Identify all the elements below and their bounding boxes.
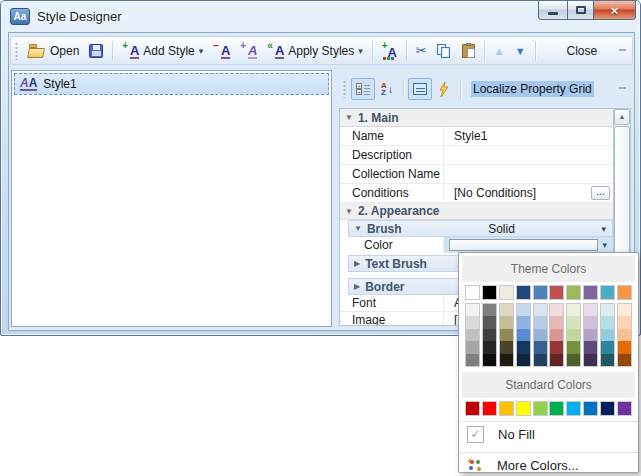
color-swatch[interactable] xyxy=(566,401,581,416)
copy-button[interactable] xyxy=(432,41,457,61)
color-swatch[interactable] xyxy=(567,354,580,366)
color-swatch[interactable] xyxy=(466,354,479,366)
no-fill-option[interactable]: ✓ No Fill xyxy=(459,423,638,447)
color-swatch[interactable] xyxy=(517,329,530,341)
property-row-conditions[interactable]: Conditions [No Conditions] ... xyxy=(340,184,613,203)
toolbar-overflow-button[interactable] xyxy=(616,49,629,53)
color-swatch[interactable] xyxy=(516,285,531,300)
scroll-up-button[interactable]: ▲ xyxy=(614,109,630,125)
color-swatch[interactable] xyxy=(517,341,530,353)
color-swatch[interactable] xyxy=(465,401,480,416)
color-swatch[interactable] xyxy=(533,401,548,416)
color-swatch[interactable] xyxy=(601,341,614,353)
color-swatch[interactable] xyxy=(584,316,597,328)
color-swatch[interactable] xyxy=(533,285,548,300)
minimize-button[interactable] xyxy=(538,1,567,20)
color-swatch[interactable] xyxy=(549,401,564,416)
move-up-button[interactable]: ▲ xyxy=(489,42,510,60)
color-swatch[interactable] xyxy=(550,354,563,366)
property-row-collection-name[interactable]: Collection Name xyxy=(340,165,613,184)
color-swatch[interactable] xyxy=(584,304,597,316)
color-dropdown-icon[interactable]: ▾ xyxy=(602,241,607,249)
color-swatch[interactable] xyxy=(550,316,563,328)
color-swatch[interactable] xyxy=(600,401,615,416)
property-row-name[interactable]: Name Style1 xyxy=(340,127,613,146)
color-swatch[interactable] xyxy=(567,316,580,328)
color-swatch[interactable] xyxy=(618,329,631,341)
color-swatch[interactable] xyxy=(618,341,631,353)
style-options-button[interactable]: + A xyxy=(377,40,402,62)
property-row-description[interactable]: Description xyxy=(340,146,613,165)
color-swatch[interactable] xyxy=(499,285,514,300)
color-swatch[interactable] xyxy=(550,329,563,341)
maximize-button[interactable] xyxy=(567,1,594,20)
property-row-color[interactable]: Color ▾ xyxy=(348,237,613,253)
checkbox-checked-icon[interactable]: ✓ xyxy=(467,426,484,443)
color-swatch[interactable] xyxy=(483,304,496,316)
color-swatch[interactable] xyxy=(617,401,632,416)
color-swatch[interactable] xyxy=(601,329,614,341)
property-toolbar-grip[interactable] xyxy=(343,80,346,98)
color-value-editor[interactable]: ▾ xyxy=(444,237,613,253)
style-list[interactable]: AA Style1 xyxy=(11,70,332,327)
color-swatch[interactable] xyxy=(550,341,563,353)
color-swatch[interactable] xyxy=(465,285,480,300)
more-colors-option[interactable]: More Colors... xyxy=(459,454,638,476)
color-swatch[interactable] xyxy=(601,316,614,328)
color-swatch[interactable] xyxy=(517,354,530,366)
save-button[interactable] xyxy=(84,41,108,61)
color-swatch[interactable] xyxy=(466,341,479,353)
subcategory-brush[interactable]: ▼ Brush Solid ▾ xyxy=(348,220,613,237)
color-swatch[interactable] xyxy=(534,304,547,316)
close-toolbar-button[interactable]: Close xyxy=(562,41,603,61)
color-swatch[interactable] xyxy=(534,316,547,328)
brush-dropdown-icon[interactable]: ▾ xyxy=(601,225,606,233)
color-swatch[interactable] xyxy=(601,304,614,316)
color-swatch[interactable] xyxy=(466,304,479,316)
color-swatch[interactable] xyxy=(483,354,496,366)
color-swatch[interactable] xyxy=(500,329,513,341)
color-swatch[interactable] xyxy=(500,316,513,328)
property-search-input[interactable]: Localize Property Grid xyxy=(471,81,594,97)
color-swatch[interactable] xyxy=(466,316,479,328)
remove-style-button[interactable]: − A xyxy=(208,40,235,62)
color-swatch[interactable] xyxy=(584,354,597,366)
color-swatch[interactable] xyxy=(550,304,563,316)
brush-type-value[interactable]: Solid xyxy=(402,222,602,236)
color-swatch[interactable] xyxy=(583,285,598,300)
toolbar-grip[interactable] xyxy=(15,42,18,60)
color-swatch[interactable] xyxy=(600,285,615,300)
color-swatch[interactable] xyxy=(499,401,514,416)
color-swatch[interactable] xyxy=(517,316,530,328)
color-swatch[interactable] xyxy=(618,316,631,328)
close-button[interactable]: × xyxy=(594,1,636,20)
style-list-item-selected[interactable]: AA Style1 xyxy=(14,73,329,95)
color-swatch[interactable] xyxy=(618,304,631,316)
color-swatch[interactable] xyxy=(482,285,497,300)
color-swatch[interactable] xyxy=(534,329,547,341)
color-swatch[interactable] xyxy=(618,354,631,366)
color-swatch[interactable] xyxy=(516,401,531,416)
color-swatch[interactable] xyxy=(549,285,564,300)
cut-button[interactable]: ✂ xyxy=(411,40,432,61)
color-swatch[interactable] xyxy=(566,285,581,300)
color-swatch[interactable] xyxy=(583,401,598,416)
property-toolbar-overflow-button[interactable] xyxy=(616,87,629,91)
color-swatch[interactable] xyxy=(483,341,496,353)
color-swatch[interactable] xyxy=(534,354,547,366)
color-swatch[interactable] xyxy=(601,354,614,366)
color-swatch[interactable] xyxy=(482,401,497,416)
categorized-view-button[interactable]: ++ xyxy=(351,78,375,100)
category-main[interactable]: ▼ 1. Main xyxy=(340,109,613,127)
add-style-button[interactable]: + A Add Style ▾ xyxy=(117,40,208,62)
color-swatch[interactable] xyxy=(483,316,496,328)
duplicate-style-button[interactable]: + A xyxy=(235,40,262,62)
paste-button[interactable] xyxy=(457,41,480,61)
move-down-button[interactable]: ▼ xyxy=(510,42,531,60)
color-swatch[interactable] xyxy=(584,329,597,341)
conditions-ellipsis-button[interactable]: ... xyxy=(591,186,610,200)
color-swatch[interactable] xyxy=(483,329,496,341)
color-swatch[interactable] xyxy=(500,341,513,353)
open-button[interactable]: Open xyxy=(23,41,84,61)
color-swatch[interactable] xyxy=(466,329,479,341)
